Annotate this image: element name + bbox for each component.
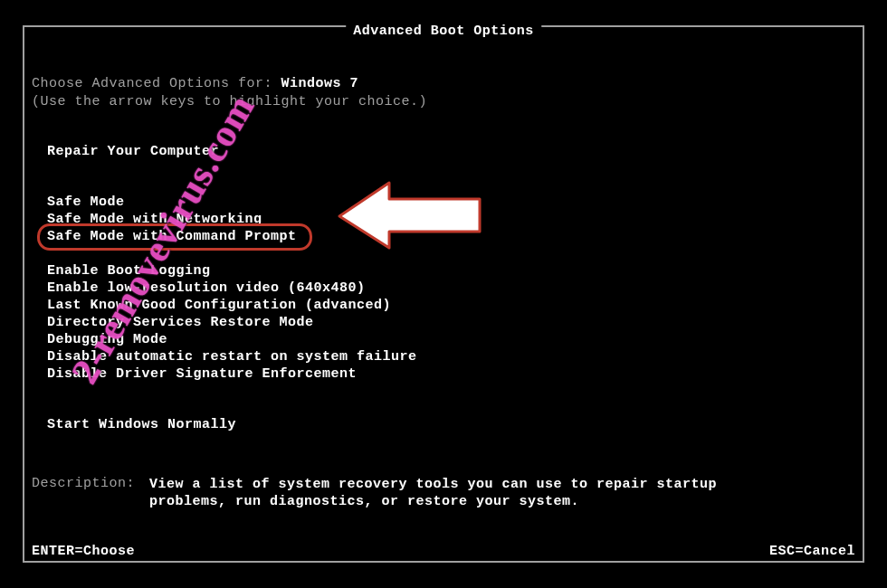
menu-item-debugging[interactable]: Debugging Mode xyxy=(47,331,417,348)
menu-group-repair: Repair Your Computer xyxy=(47,143,219,160)
menu-group-advanced: Enable Boot Logging Enable low-resolutio… xyxy=(47,262,417,383)
description-label: Description: xyxy=(32,476,135,491)
menu-item-safe-mode-cmd[interactable]: Safe Mode with Command Prompt xyxy=(47,228,297,245)
description-text: View a list of system recovery tools you… xyxy=(149,476,801,510)
menu-item-disable-driver-sig[interactable]: Disable Driver Signature Enforcement xyxy=(47,365,417,383)
choose-line: Choose Advanced Options for: Windows 7 xyxy=(32,76,358,91)
menu-item-safe-mode-networking[interactable]: Safe Mode with Networking xyxy=(47,211,297,228)
footer-esc: ESC=Cancel xyxy=(769,544,855,559)
menu-item-repair[interactable]: Repair Your Computer xyxy=(47,143,219,160)
choose-os: Windows 7 xyxy=(281,76,359,91)
page-title: Advanced Boot Options xyxy=(346,24,541,39)
menu-item-start-normally[interactable]: Start Windows Normally xyxy=(47,416,236,433)
menu-item-low-res[interactable]: Enable low-resolution video (640x480) xyxy=(47,280,417,297)
menu-item-disable-auto-restart[interactable]: Disable automatic restart on system fail… xyxy=(47,348,417,365)
menu-item-last-known-good[interactable]: Last Known Good Configuration (advanced) xyxy=(47,297,417,314)
footer-enter: ENTER=Choose xyxy=(32,544,135,559)
menu-group-safe-mode: Safe Mode Safe Mode with Networking Safe… xyxy=(47,194,297,245)
menu-item-ds-restore[interactable]: Directory Services Restore Mode xyxy=(47,314,417,331)
menu-group-normal: Start Windows Normally xyxy=(47,416,236,433)
menu-item-safe-mode[interactable]: Safe Mode xyxy=(47,194,297,211)
choose-prefix: Choose Advanced Options for: xyxy=(32,76,272,91)
menu-item-boot-logging[interactable]: Enable Boot Logging xyxy=(47,262,417,280)
hint-line: (Use the arrow keys to highlight your ch… xyxy=(32,94,427,109)
